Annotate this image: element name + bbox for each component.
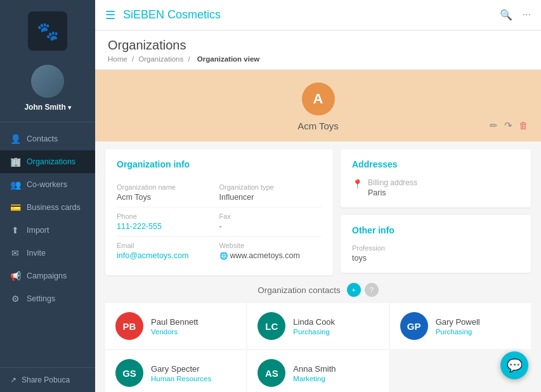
profession-field: Profession toys <box>352 244 519 263</box>
sidebar-item-contacts[interactable]: 👤 Contacts <box>0 127 95 150</box>
chat-fab-button[interactable]: 💬 <box>500 351 528 379</box>
phone-value[interactable]: 111-222-555 <box>117 222 219 231</box>
sidebar-item-business-cards-label: Business cards <box>27 203 81 212</box>
list-item[interactable]: GS Gary Specter Human Resources <box>105 350 246 392</box>
email-field: Email info@acmetoys.com <box>117 237 219 265</box>
sidebar-item-organizations[interactable]: 🏢 Organizations <box>0 150 95 173</box>
sidebar-item-settings[interactable]: ⚙ Settings <box>0 287 95 310</box>
contact-dept: Purchasing <box>293 328 378 336</box>
org-info-fields: Organization name Acm Toys Organization … <box>117 178 322 265</box>
import-icon: ⬆ <box>10 225 20 235</box>
contact-name: Gary Specter <box>151 364 236 374</box>
sidebar-item-contacts-label: Contacts <box>27 134 58 143</box>
org-type-field: Organization type Influencer <box>219 178 322 207</box>
addresses-title: Addresses <box>352 159 519 169</box>
avatar: PB <box>115 312 143 340</box>
contacts-title: Organization contacts <box>257 285 341 295</box>
addresses-card: Addresses 📍 Billing address Paris <box>341 149 531 207</box>
add-contact-button[interactable]: + <box>347 283 361 297</box>
contacts-grid: PB Paul Bennett Vendors LC Linda Cook Pu… <box>105 303 531 392</box>
topbar: ☰ SiEBEN Cosmetics 🔍 ··· <box>95 0 541 30</box>
contact-name: Paul Bennett <box>151 317 236 327</box>
contact-dept: Purchasing <box>436 328 521 336</box>
other-info-title: Other info <box>352 225 519 235</box>
more-icon[interactable]: ··· <box>523 9 531 21</box>
contacts-header: Organization contacts + ? <box>105 283 531 297</box>
email-value[interactable]: info@acmetoys.com <box>117 251 219 260</box>
list-item[interactable]: GP Gary Powell Purchasing <box>390 303 531 349</box>
settings-icon: ⚙ <box>10 294 20 304</box>
profession-value: toys <box>352 254 519 263</box>
list-item[interactable]: PB Paul Bennett Vendors <box>105 303 246 349</box>
sidebar-item-invite-label: Invite <box>27 249 46 258</box>
content-area: A Acm Toys ✏ ↷ 🗑 Organization info Organ… <box>95 70 541 392</box>
topbar-actions: 🔍 ··· <box>500 9 531 21</box>
main-area: ☰ SiEBEN Cosmetics 🔍 ··· Organizations H… <box>95 0 541 392</box>
billing-address: 📍 Billing address Paris <box>352 178 519 197</box>
delete-org-button[interactable]: 🗑 <box>519 120 528 131</box>
org-info-title: Organization info <box>117 159 322 169</box>
sidebar-item-campaigns[interactable]: 📢 Campaigns <box>0 265 95 287</box>
logo-icon: 🐾 <box>37 21 59 42</box>
contact-dept: Human Resources <box>151 375 236 382</box>
org-banner: A Acm Toys ✏ ↷ 🗑 <box>95 70 541 141</box>
avatar-image <box>31 65 64 98</box>
avatar: GP <box>400 312 428 340</box>
billing-city: Paris <box>368 188 417 197</box>
profile-name[interactable]: John Smith <box>24 103 70 112</box>
contact-name: Linda Cook <box>293 317 378 327</box>
website-field: Website 🌐www.acmetoys.com <box>219 237 322 265</box>
app-title: SiEBEN Cosmetics <box>123 8 492 22</box>
organizations-icon: 🏢 <box>10 157 20 167</box>
logo-area: 🐾 <box>0 0 95 60</box>
campaigns-icon: 📢 <box>10 271 20 281</box>
page-title: Organizations <box>108 38 528 53</box>
invite-icon: ✉ <box>10 248 20 258</box>
page-header: Organizations Home / Organizations / Org… <box>95 30 541 70</box>
list-item[interactable]: AS Anna Smith Marketing <box>247 350 388 392</box>
sidebar-item-business-cards[interactable]: 💳 Business cards <box>0 196 95 219</box>
search-icon[interactable]: 🔍 <box>500 9 512 21</box>
other-info-card: Other info Profession toys <box>341 215 531 273</box>
breadcrumb-current: Organization view <box>197 55 259 63</box>
breadcrumb-organizations[interactable]: Organizations <box>138 55 183 63</box>
share-org-button[interactable]: ↷ <box>504 120 512 131</box>
fax-field: Fax - <box>219 207 322 237</box>
sidebar-item-settings-label: Settings <box>27 294 55 303</box>
edit-org-button[interactable]: ✏ <box>490 120 498 131</box>
breadcrumb-home[interactable]: Home <box>108 55 127 63</box>
right-cards: Addresses 📍 Billing address Paris Other … <box>341 149 531 275</box>
fax-value: - <box>219 222 322 231</box>
share-icon: ↗ <box>10 376 16 384</box>
org-type-label: Organization type <box>219 183 322 191</box>
phone-label: Phone <box>117 212 219 220</box>
contact-dept: Marketing <box>293 375 378 382</box>
org-info-card: Organization info Organization name Acm … <box>105 149 333 275</box>
list-item[interactable]: LC Linda Cook Purchasing <box>247 303 388 349</box>
org-type-value: Influencer <box>219 193 322 202</box>
sidebar-item-coworkers[interactable]: 👥 Co-workers <box>0 173 95 196</box>
contact-dept: Vendors <box>151 328 236 336</box>
website-value[interactable]: 🌐www.acmetoys.com <box>219 251 322 260</box>
org-name-field: Organization name Acm Toys <box>117 178 219 207</box>
sidebar: 🐾 John Smith 👤 Contacts 🏢 Organizations … <box>0 0 95 392</box>
logo-box: 🐾 <box>28 11 67 51</box>
org-name-label: Organization name <box>117 183 219 191</box>
menu-icon[interactable]: ☰ <box>105 8 115 22</box>
share-label: Share Pobuca <box>22 376 70 384</box>
contacts-section: Organization contacts + ? PB Paul Bennet… <box>95 283 541 392</box>
contacts-icon: 👤 <box>10 134 20 144</box>
org-name: Acm Toys <box>297 121 339 131</box>
sidebar-item-coworkers-label: Co-workers <box>27 180 67 189</box>
org-avatar: A <box>302 82 335 115</box>
avatar: LC <box>257 312 285 340</box>
info-grid: Organization info Organization name Acm … <box>95 141 541 283</box>
coworkers-icon: 👥 <box>10 180 20 190</box>
business-cards-icon: 💳 <box>10 202 20 212</box>
sidebar-item-invite[interactable]: ✉ Invite <box>0 242 95 265</box>
location-icon: 📍 <box>352 179 363 189</box>
help-button[interactable]: ? <box>365 283 379 297</box>
share-pobuca[interactable]: ↗ Share Pobuca <box>0 367 95 392</box>
website-label: Website <box>219 242 322 249</box>
sidebar-item-import[interactable]: ⬆ Import <box>0 219 95 242</box>
